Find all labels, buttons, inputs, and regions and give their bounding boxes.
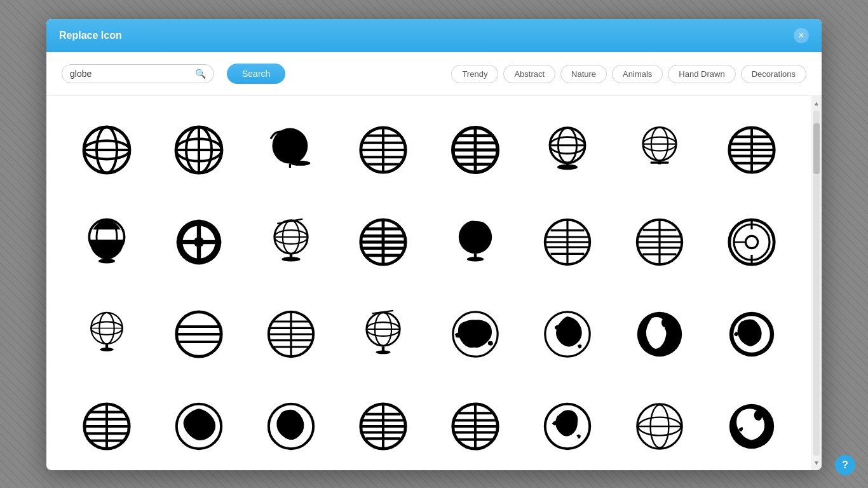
svg-point-53 — [194, 237, 204, 247]
list-item[interactable] — [158, 293, 240, 375]
filter-tag-hand-drawn[interactable]: Hand Drawn — [668, 65, 735, 83]
list-item[interactable] — [65, 201, 147, 283]
scroll-down-arrow[interactable]: ▼ — [812, 458, 821, 468]
list-item[interactable] — [710, 293, 792, 375]
icons-grid — [65, 109, 792, 467]
help-button[interactable]: ? — [835, 455, 855, 475]
svg-point-48 — [98, 259, 114, 263]
list-item[interactable] — [710, 109, 792, 191]
scroll-track[interactable] — [813, 111, 820, 456]
list-item[interactable] — [710, 201, 792, 283]
list-item[interactable] — [618, 109, 700, 191]
list-item[interactable] — [250, 201, 332, 283]
filter-tag-decorations[interactable]: Decorations — [741, 65, 806, 83]
filter-tags: Trendy Abstract Nature Animals Hand Draw… — [451, 65, 806, 83]
list-item[interactable] — [618, 293, 700, 375]
list-item[interactable] — [342, 109, 424, 191]
modal-body: ▲ ▼ — [46, 96, 822, 470]
modal-header: Replace Icon × — [46, 19, 822, 52]
scroll-thumb[interactable] — [813, 123, 820, 174]
search-input[interactable] — [70, 69, 190, 79]
modal-overlay: Replace Icon × 🔍 Search Trendy Abstract … — [0, 0, 868, 488]
svg-point-88 — [745, 236, 757, 248]
filter-tag-nature[interactable]: Nature — [560, 65, 607, 83]
list-item[interactable] — [434, 385, 516, 467]
svg-point-60 — [281, 257, 300, 261]
svg-point-97 — [100, 348, 114, 351]
svg-rect-11 — [288, 163, 290, 167]
list-item[interactable] — [250, 293, 332, 375]
list-item[interactable] — [342, 293, 424, 375]
list-item[interactable] — [342, 201, 424, 283]
list-item[interactable] — [158, 201, 240, 283]
svg-rect-37 — [658, 160, 660, 164]
list-item[interactable] — [618, 201, 700, 283]
list-item[interactable] — [526, 201, 608, 283]
list-item[interactable] — [342, 385, 424, 467]
search-button[interactable]: Search — [227, 64, 285, 84]
list-item[interactable] — [434, 109, 516, 191]
list-item[interactable] — [250, 385, 332, 467]
svg-point-9 — [272, 128, 308, 163]
svg-rect-31 — [566, 163, 568, 167]
scroll-up-arrow[interactable]: ▲ — [812, 98, 821, 108]
list-item[interactable] — [710, 385, 792, 467]
icons-grid-wrapper[interactable] — [46, 96, 811, 470]
search-container: 🔍 — [62, 64, 214, 83]
list-item[interactable] — [526, 293, 608, 375]
list-item[interactable] — [434, 201, 516, 283]
list-item[interactable] — [65, 109, 147, 191]
list-item[interactable] — [618, 385, 700, 467]
modal-close-button[interactable]: × — [794, 28, 809, 43]
svg-point-115 — [376, 350, 390, 354]
svg-point-10 — [290, 160, 310, 165]
filter-tag-trendy[interactable]: Trendy — [451, 65, 498, 83]
list-item[interactable] — [158, 109, 240, 191]
filter-tag-abstract[interactable]: Abstract — [503, 65, 555, 83]
replace-icon-modal: Replace Icon × 🔍 Search Trendy Abstract … — [46, 19, 822, 470]
modal-title: Replace Icon — [59, 30, 122, 41]
list-item[interactable] — [158, 385, 240, 467]
filter-tag-animals[interactable]: Animals — [612, 65, 663, 83]
svg-point-71 — [466, 257, 483, 261]
list-item[interactable] — [65, 293, 147, 375]
list-item[interactable] — [526, 385, 608, 467]
modal-toolbar: 🔍 Search Trendy Abstract Nature Animals … — [46, 52, 822, 96]
search-icon: 🔍 — [195, 69, 206, 79]
list-item[interactable] — [250, 109, 332, 191]
scrollbar[interactable]: ▲ ▼ — [811, 96, 822, 470]
list-item[interactable] — [526, 109, 608, 191]
list-item[interactable] — [434, 293, 516, 375]
list-item[interactable] — [65, 385, 147, 467]
svg-point-68 — [458, 220, 491, 253]
